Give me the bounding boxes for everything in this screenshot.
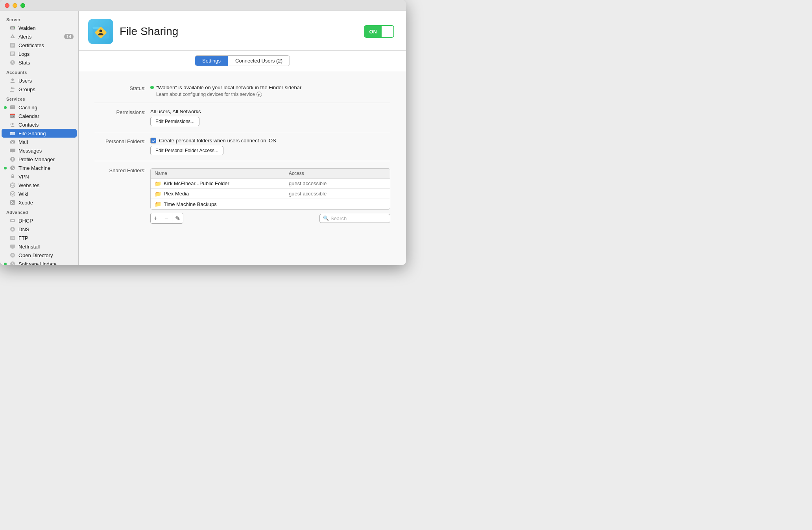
tab-connected-users[interactable]: Connected Users (2)	[228, 56, 290, 66]
table-row[interactable]: 📁 Kirk McElhear...Public Folder guest ac…	[151, 179, 390, 189]
sidebar-item-software-update[interactable]: Software Update	[2, 259, 77, 265]
status-row: Status: "Walden" is available on your lo…	[94, 79, 390, 103]
folder-icon-2: 📁	[155, 201, 161, 207]
folder-name-0: 📁 Kirk McElhear...Public Folder	[151, 179, 285, 188]
netinstall-icon	[9, 243, 16, 250]
sidebar-item-messages[interactable]: Messages	[2, 146, 77, 155]
personal-folders-label: Personal Folders:	[94, 138, 146, 144]
table-header: Name Access	[151, 169, 390, 179]
server-section-label: Server	[0, 14, 78, 24]
sidebar-item-contacts[interactable]: Contacts	[2, 120, 77, 129]
close-button[interactable]	[5, 3, 9, 8]
services-section-label: Services	[0, 94, 78, 103]
sidebar-item-wiki[interactable]: Wiki	[2, 190, 77, 198]
titlebar	[0, 0, 406, 11]
sidebar-item-calendar[interactable]: 17 Calendar	[2, 112, 77, 120]
sidebar-item-netinstall[interactable]: NetInstall	[2, 242, 77, 251]
permissions-row: Permissions: All users, All Networks Edi…	[94, 103, 390, 132]
sidebar-item-time-machine[interactable]: Time Machine	[2, 164, 77, 172]
svg-point-16	[11, 87, 13, 89]
sidebar-item-stats[interactable]: Stats	[2, 58, 77, 67]
toggle-button[interactable]: ON	[364, 25, 395, 38]
alerts-badge: 14	[64, 34, 74, 39]
time-machine-active-dot	[4, 167, 7, 169]
info-icon[interactable]: ►	[257, 92, 262, 97]
sidebar-item-profile-manager-label: Profile Manager	[18, 156, 55, 162]
sidebar-item-ftp[interactable]: FTP FTP	[2, 234, 77, 242]
software-update-active-dot	[4, 263, 7, 265]
svg-point-29	[12, 158, 14, 160]
svg-point-15	[11, 79, 14, 81]
sidebar-item-messages-label: Messages	[18, 148, 42, 154]
sidebar-item-mail[interactable]: Mail	[2, 138, 77, 146]
edit-personal-folder-button[interactable]: Edit Personal Folder Access...	[150, 146, 223, 155]
alerts-icon	[9, 33, 16, 40]
svg-rect-36	[11, 220, 14, 221]
sidebar-item-vpn[interactable]: VPN	[2, 172, 77, 181]
edit-folder-button[interactable]: ✎	[172, 213, 183, 224]
svg-text:17: 17	[11, 116, 14, 118]
tab-group: Settings Connected Users (2)	[195, 55, 290, 66]
folder-icon-0: 📁	[155, 180, 161, 187]
certificates-icon	[9, 42, 16, 48]
sidebar-item-calendar-label: Calendar	[18, 113, 39, 119]
content-area: Server Walden Alerts 14 Certificates	[0, 11, 406, 265]
edit-permissions-button[interactable]: Edit Permissions...	[150, 117, 199, 126]
ftp-icon: FTP	[9, 235, 16, 241]
remove-folder-button[interactable]: −	[161, 213, 172, 224]
page-title: File Sharing	[120, 25, 364, 38]
permissions-text: All users, All Networks	[150, 109, 390, 114]
sidebar-item-open-directory[interactable]: Open Directory	[2, 251, 77, 259]
personal-folders-checkbox-row[interactable]: Create personal folders when users conne…	[150, 138, 390, 144]
maximize-button[interactable]	[20, 3, 25, 8]
sidebar: Server Walden Alerts 14 Certificates	[0, 11, 79, 265]
sidebar-item-certificates[interactable]: Certificates	[2, 41, 77, 50]
sidebar-item-websites[interactable]: Websites	[2, 181, 77, 190]
folder-access-1: guest accessible	[285, 189, 390, 198]
sidebar-item-logs[interactable]: Logs	[2, 50, 77, 58]
advanced-section-label: Advanced	[0, 207, 78, 216]
sidebar-item-dhcp[interactable]: DHCP	[2, 216, 77, 225]
svg-rect-31	[11, 176, 14, 178]
sidebar-item-websites-label: Websites	[18, 182, 39, 188]
svg-rect-23	[10, 123, 11, 123]
sidebar-item-caching[interactable]: Caching	[2, 103, 77, 112]
personal-folders-row: Personal Folders: Create personal folder…	[94, 132, 390, 161]
search-input[interactable]	[330, 215, 387, 221]
sidebar-item-profile-manager[interactable]: Profile Manager	[2, 155, 77, 164]
sidebar-item-alerts[interactable]: Alerts 14	[2, 32, 77, 41]
add-folder-button[interactable]: +	[150, 213, 161, 224]
sidebar-item-xcode[interactable]: Xcode	[2, 198, 77, 207]
sidebar-item-groups[interactable]: Groups	[2, 85, 77, 94]
svg-rect-40	[10, 245, 15, 248]
svg-point-48	[100, 29, 102, 32]
table-row[interactable]: 📁 Plex Media guest accessible	[151, 189, 390, 199]
svg-rect-9	[11, 46, 13, 46]
svg-rect-2	[11, 28, 14, 29]
minimize-button[interactable]	[13, 3, 17, 8]
svg-point-3	[14, 27, 15, 28]
table-controls: + − ✎ 🔍	[150, 213, 390, 224]
personal-folders-checkbox[interactable]	[150, 138, 156, 144]
svg-rect-0	[10, 26, 15, 29]
sidebar-item-logs-label: Logs	[18, 51, 30, 57]
sidebar-item-walden[interactable]: Walden	[2, 24, 77, 32]
sidebar-item-stats-label: Stats	[18, 60, 30, 66]
permissions-value: All users, All Networks Edit Permissions…	[150, 109, 390, 126]
svg-rect-25	[10, 132, 15, 135]
folder-access-0: guest accessible	[285, 179, 390, 188]
svg-rect-11	[11, 53, 14, 53]
folder-name-1: 📁 Plex Media	[151, 189, 285, 199]
sidebar-item-users[interactable]: Users	[2, 76, 77, 85]
accounts-section-label: Accounts	[0, 67, 78, 76]
search-box[interactable]: 🔍	[319, 214, 390, 223]
table-row[interactable]: 📁 Time Machine Backups	[151, 199, 390, 209]
settings-content: Status: "Walden" is available on your lo…	[79, 71, 406, 265]
xcode-icon	[9, 199, 16, 206]
sidebar-item-file-sharing[interactable]: File Sharing	[2, 129, 77, 138]
tab-settings[interactable]: Settings	[195, 56, 228, 66]
sidebar-item-dns[interactable]: DNS	[2, 225, 77, 234]
sidebar-item-dns-label: DNS	[18, 226, 29, 232]
sidebar-item-wiki-label: Wiki	[18, 191, 28, 197]
sidebar-item-file-sharing-label: File Sharing	[18, 131, 46, 136]
